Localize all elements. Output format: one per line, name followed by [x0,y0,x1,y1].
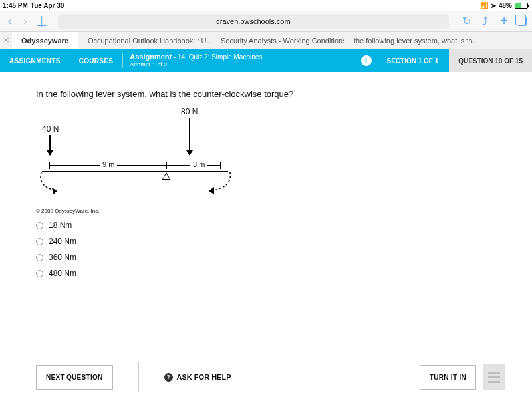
url-bar[interactable]: craven.owschools.com [58,14,450,29]
svg-marker-0 [52,188,57,194]
turn-in-button[interactable]: TURN IT IN [420,365,476,390]
assignment-title: - 14. Quiz 2: Simple Machines [174,53,262,61]
question-prompt: In the following lever system, what is t… [36,89,496,99]
divider [138,362,139,392]
section-indicator: SECTION 1 OF 1 [376,49,450,72]
fulcrum-icon [162,172,171,180]
new-tab-icon[interactable]: + [497,13,511,29]
info-icon: i [361,55,372,66]
info-button[interactable]: i [357,49,376,72]
battery-pct: 48% [499,2,512,9]
browser-tab-strip: ✕ Odysseyware Occupational Outlook Handb… [0,32,532,49]
radio-icon [36,222,43,229]
status-time: 1:45 PM [3,2,28,9]
rotation-arrow-cw [189,171,235,195]
svg-marker-1 [209,187,214,194]
forward-button[interactable]: › [21,15,29,27]
question-mark-icon: ? [164,373,173,382]
footer-bar: NEXT QUESTION ? ASK FOR HELP TURN IT IN [0,360,532,394]
question-counter: QUESTION 10 OF 15 [449,49,532,72]
radio-icon [36,238,43,245]
ipad-status-bar: 1:45 PM Tue Apr 30 📶 ➤ 48% [0,0,532,11]
force-right-label: 80 N [181,107,198,116]
status-date: Tue Apr 30 [31,2,65,9]
answer-option[interactable]: 240 Nm [36,237,496,246]
radio-icon [36,254,43,261]
answer-option[interactable]: 18 Nm [36,221,496,230]
force-arrow-left [49,135,51,155]
browser-tab[interactable]: Odysseyware [12,32,78,49]
ask-help-button[interactable]: ? ASK FOR HELP [164,373,231,382]
browser-tab[interactable]: the following lever system, what is th..… [344,32,477,49]
answer-options: 18 Nm 240 Nm 360 Nm 480 Nm [36,221,496,278]
lever-diagram: 80 N 40 N 9 m 3 m [36,107,235,207]
location-icon: ➤ [491,2,496,9]
tabs-icon[interactable] [517,17,527,26]
radio-icon [36,270,43,277]
bookmarks-icon[interactable] [37,17,47,26]
rotation-arrow-ccw [37,171,77,195]
distance-left: 9 m [100,160,117,168]
close-tab-icon[interactable]: ✕ [0,32,12,49]
browser-tab[interactable]: Security Analysts - Working Conditions [211,32,344,49]
answer-option[interactable]: 480 Nm [36,269,496,278]
force-left-label: 40 N [42,124,59,134]
share-icon[interactable]: ⤴ [480,15,491,27]
assignment-label: Assignment [130,53,172,61]
wifi-icon: 📶 [480,2,488,9]
url-text: craven.owschools.com [216,17,290,25]
app-nav-bar: ASSIGNMENTS COURSES Assignment - 14. Qui… [0,49,532,72]
nav-assignments[interactable]: ASSIGNMENTS [0,49,70,72]
battery-icon [515,3,528,9]
distance-right: 3 m [190,160,207,168]
back-button[interactable]: ‹ [5,15,14,27]
next-question-button[interactable]: NEXT QUESTION [36,365,113,390]
answer-option[interactable]: 360 Nm [36,253,496,262]
diagram-copyright: © 2009 OdysseyWare, Inc. [36,208,496,214]
reload-icon[interactable]: ↻ [460,15,473,27]
browser-tab[interactable]: Occupational Outlook Handbook: : U.... [78,32,211,49]
menu-button[interactable] [483,364,505,390]
nav-courses[interactable]: COURSES [70,49,123,72]
force-arrow-right [189,118,190,155]
assignment-header: Assignment - 14. Quiz 2: Simple Machines… [123,49,356,72]
browser-toolbar: ‹ › craven.owschools.com ↻ ⤴ + [0,11,532,32]
attempt-text: Attempt 1 of 2 [130,61,262,68]
question-area: In the following lever system, what is t… [0,72,532,278]
